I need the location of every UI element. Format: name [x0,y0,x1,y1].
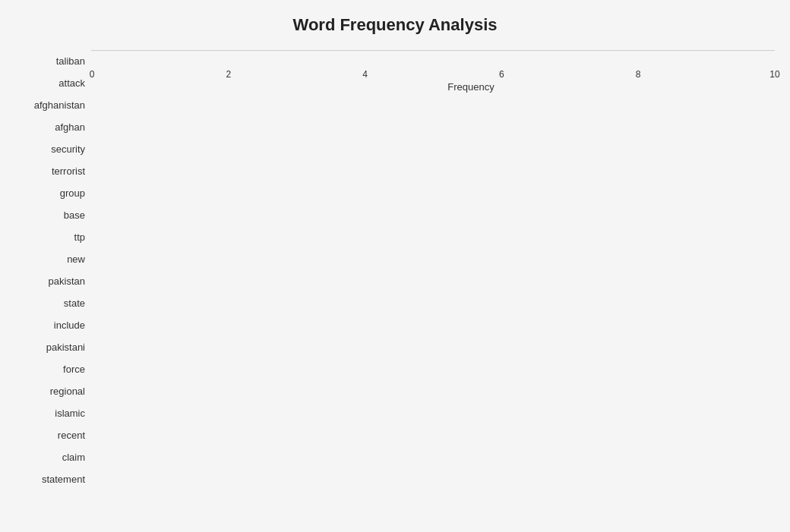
y-label: ttp [74,228,85,247]
y-label: pakistani [46,338,85,357]
y-label: recent [58,426,85,445]
bar-row [92,111,775,114]
y-label: taliban [56,52,85,71]
x-tick-label: 10 [769,69,779,80]
y-label: afghanistan [34,96,85,115]
y-label: force [63,360,85,379]
chart-title: Word Frequency Analysis [15,15,775,35]
y-label: terrorist [52,162,85,181]
y-label: regional [50,382,85,401]
x-tick-label: 8 [636,69,641,80]
y-label: statement [42,470,85,490]
y-label: pakistan [49,272,85,291]
y-label: security [51,140,85,159]
x-tick-label: 0 [90,69,95,80]
y-label: include [54,316,85,335]
y-label: afghan [55,118,85,137]
chart-container: Word Frequency Analysis talibanattackafg… [0,0,790,532]
chart-area: talibanattackafghanistanafghansecurityte… [15,50,775,490]
y-label: claim [62,448,85,467]
y-label: attack [58,74,85,93]
y-axis: talibanattackafghanistanafghansecurityte… [15,50,91,490]
y-label: state [64,294,85,313]
y-label: group [60,184,85,203]
chart-plot: 0246810 [91,50,775,51]
x-tick-label: 6 [499,69,504,80]
y-label: islamic [55,404,85,423]
y-label: base [64,206,85,225]
x-tick-label: 4 [362,69,368,80]
y-label: new [67,250,85,269]
x-tick-label: 2 [226,69,231,80]
